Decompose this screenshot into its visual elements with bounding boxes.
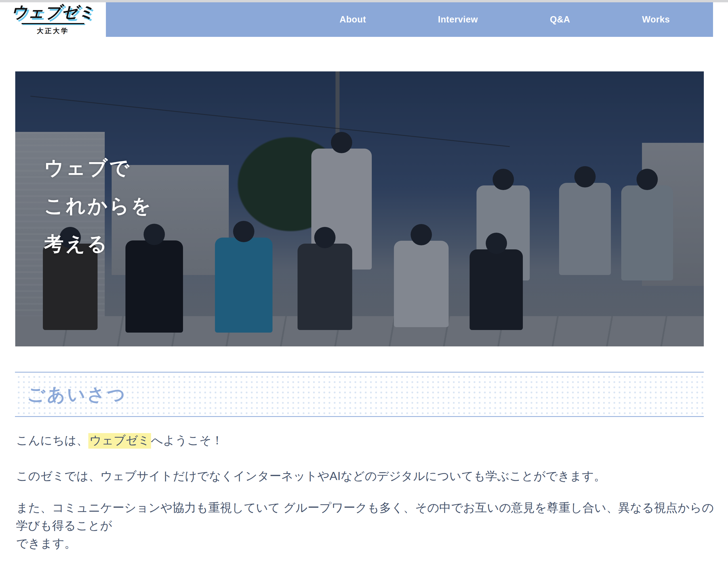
nav-item-qa[interactable]: Q&A <box>550 14 570 25</box>
nav-item-works[interactable]: Works <box>642 14 670 25</box>
logo-underline <box>22 23 84 24</box>
greeting-p1-line2: このゼミでは、ウェブサイトだけでなくインターネットやAIなどのデジタルについても… <box>16 469 606 483</box>
greeting-heading-box: ごあいさつ <box>15 372 704 417</box>
hero-headline: ウェブで これからを 考える <box>44 148 153 262</box>
greeting-p1-post: へようこそ！ <box>151 434 223 447</box>
greeting-body: こんにちは、ウェブゼミへようこそ！ このゼミでは、ウェブサイトだけでなくインター… <box>16 431 715 569</box>
greeting-paragraph-1: こんにちは、ウェブゼミへようこそ！ このゼミでは、ウェブサイトだけでなくインター… <box>16 431 715 485</box>
logo-subtitle: 大正大学 <box>37 26 69 35</box>
site-header: ウェブゼミ 大正大学 About Interview Q&A Works <box>0 2 728 37</box>
greeting-heading: ごあいさつ <box>15 383 127 407</box>
hero-photo: ウェブで これからを 考える <box>15 71 704 347</box>
greeting-p1-pre: こんにちは、 <box>16 434 88 447</box>
greeting-paragraph-2: また、コミュニケーションや協力も重視していて グループワークも多く、その中でお互… <box>16 499 715 569</box>
main-nav: About Interview Q&A Works <box>106 2 713 37</box>
greeting-p2-text: また、コミュニケーションや協力も重視していて グループワークも多く、その中でお互… <box>16 501 714 550</box>
nav-item-about[interactable]: About <box>340 14 366 25</box>
top-hairline <box>0 0 728 2</box>
nav-item-interview[interactable]: Interview <box>438 14 478 25</box>
site-logo[interactable]: ウェブゼミ 大正大学 <box>0 2 106 37</box>
logo-title: ウェブゼミ <box>11 4 95 20</box>
greeting-p1-highlight: ウェブゼミ <box>88 433 151 449</box>
